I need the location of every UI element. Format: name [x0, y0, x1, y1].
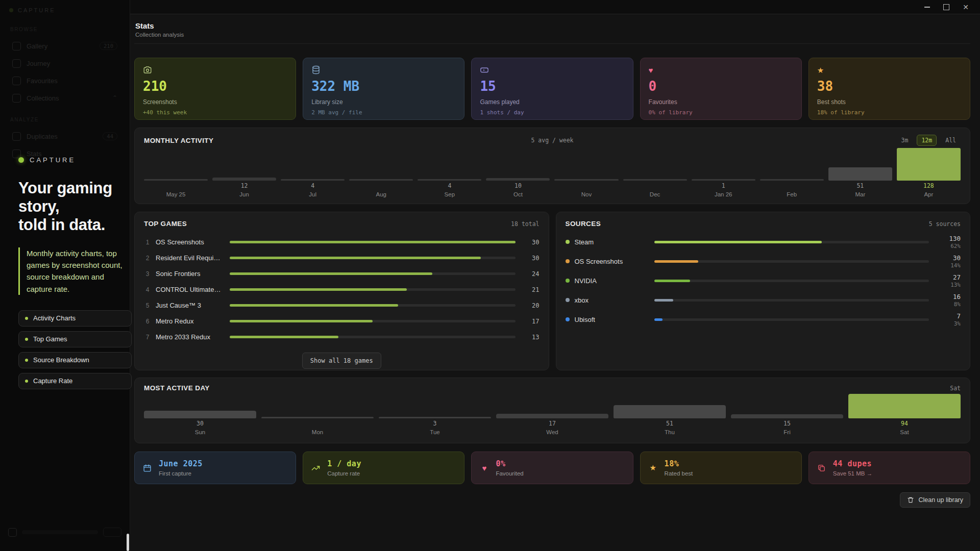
source-bar-fill [654, 260, 698, 263]
game-name: Just Cause™ 3 [156, 302, 221, 309]
top-game-row-metro-redux: 6Metro Redux17 [144, 313, 540, 329]
bar-category-label: Apr [897, 190, 961, 198]
range-option-3m[interactable]: 3m [897, 135, 913, 146]
minimize-button[interactable] [918, 1, 936, 13]
sidebar-scrollbar-thumb[interactable] [127, 534, 129, 551]
most-active-day-title: MOST ACTIVE DAY [144, 384, 210, 392]
source-bar-track [654, 299, 929, 302]
bar-value-label: 17 [496, 419, 608, 428]
stat-value: 322 MB [311, 79, 456, 94]
show-all-games-button[interactable]: Show all 18 games [302, 353, 381, 369]
game-rank: 7 [144, 334, 151, 341]
game-bar-track [230, 288, 516, 291]
game-name: Sonic Frontiers [156, 270, 221, 278]
source-stats: 2713% [938, 273, 961, 288]
game-bar-track [230, 241, 516, 243]
source-bar-fill [654, 299, 674, 302]
stat-value: 210 [143, 79, 287, 94]
range-option-all[interactable]: All [941, 135, 961, 146]
feature-chip-label: Top Games [33, 335, 67, 343]
source-bar-fill [654, 318, 663, 321]
source-dot-icon [566, 259, 570, 263]
favourites-icon [12, 77, 21, 85]
most-active-day-panel: MOST ACTIVE DAY Sat 30SunMon3Tue17Wed51T… [134, 378, 970, 443]
game-name: OS Screenshots [156, 238, 221, 246]
stat-sub: 1 shots / day [480, 109, 624, 116]
range-option-12m[interactable]: 12m [917, 135, 937, 146]
bar-category-label: Thu [614, 428, 726, 436]
game-rank: 2 [144, 255, 151, 262]
game-bar-track [230, 304, 516, 307]
sidebar-item-favourites[interactable]: Favourites [8, 72, 121, 89]
source-count: 7 [938, 312, 961, 320]
bar-wrap [897, 148, 961, 181]
summary-label: First capture [159, 470, 203, 477]
bar-category-label: Feb [760, 190, 824, 198]
sidebar-item-label: Favourites [27, 77, 58, 85]
main-content: Stats Collection analysis 210 Screenshot… [130, 14, 980, 551]
bar-wrap [760, 148, 824, 181]
game-bar-fill [230, 320, 373, 322]
source-row-nvidia: NVIDIA2713% [566, 271, 961, 290]
monthly-activity-panel: MONTHLY ACTIVITY 5 avg / week 3m12mAll M… [134, 128, 970, 204]
bar-value-label: 30 [144, 419, 256, 428]
bar-category-label: Sep [418, 190, 481, 198]
sidebar-item-gallery[interactable]: Gallery210 [8, 37, 121, 55]
game-name: Resident Evil Requiem [156, 254, 221, 262]
bar-column-apr: 128Apr [897, 148, 961, 198]
trending-up-icon [311, 463, 321, 473]
marketing-overlay: CAPTURE Your gaming story, told in data.… [18, 156, 122, 394]
maximize-button[interactable] [937, 1, 955, 13]
sources-total: 5 sources [929, 220, 961, 228]
sidebar-item-journey[interactable]: Journey [8, 55, 121, 72]
storage-bar [22, 530, 98, 534]
game-rank: 5 [144, 302, 151, 309]
stat-value: 0 [649, 79, 793, 94]
chart-bar [261, 417, 374, 418]
page-subtitle: Collection analysis [135, 32, 970, 38]
source-row-xbox: xbox168% [566, 290, 961, 310]
top-game-row-resident-evil-requiem: 2Resident Evil Requiem30 [144, 250, 540, 266]
sidebar: CAPTURE BROWSEGallery210JourneyFavourite… [0, 0, 130, 551]
maximize-icon [943, 4, 949, 10]
stat-card-best-shots: ★ 38 Best shots 18% of library [808, 58, 970, 120]
bullet-dot-icon [25, 359, 28, 362]
game-rank: 4 [144, 286, 151, 293]
game-bar-fill [230, 272, 432, 275]
bar-column-dec: Dec [623, 148, 687, 198]
sidebar-item-duplicates[interactable]: Duplicates44 [8, 128, 121, 145]
bar-column-feb: Feb [760, 148, 824, 198]
bar-column-may-25: May 25 [144, 148, 208, 198]
bar-column-thu: 51Thu [614, 394, 726, 436]
sources-title: SOURCES [566, 220, 601, 228]
sidebar-item-collections[interactable]: Collections⌃ [8, 89, 121, 107]
chart-bar [144, 411, 256, 418]
feature-chip-label: Activity Charts [33, 314, 76, 322]
chart-bar [692, 179, 755, 181]
chart-bar [731, 414, 843, 418]
top-game-row-control-ultimate-edition: 4CONTROL Ultimate Edition21 [144, 282, 540, 297]
bar-wrap [486, 148, 550, 181]
source-count: 16 [938, 293, 961, 300]
close-button[interactable]: ✕ [957, 1, 975, 13]
clean-up-library-button[interactable]: Clean up library [900, 492, 970, 508]
stat-sub: +40 this week [143, 109, 287, 116]
bar-value-label: 3 [379, 419, 491, 428]
chart-bar [212, 178, 276, 181]
source-name: Ubisoft [575, 316, 645, 323]
bullet-dot-icon [25, 317, 28, 320]
stat-label: Favourites [649, 98, 793, 106]
bar-category-label: Tue [379, 428, 491, 436]
sidebar-item-label: Collections [27, 94, 59, 102]
bar-value-label: 15 [731, 419, 843, 428]
stat-label: Library size [311, 98, 456, 106]
source-percent: 3% [938, 320, 961, 327]
bar-wrap [623, 148, 687, 181]
titlebar: ✕ [0, 0, 980, 14]
source-name: xbox [575, 296, 645, 304]
source-dot-icon [566, 317, 570, 321]
bar-category-label: Nov [554, 190, 618, 198]
top-game-row-sonic-frontiers: 3Sonic Frontiers24 [144, 266, 540, 282]
bar-value-label: 4 [281, 182, 345, 190]
game-bar-fill [230, 241, 516, 243]
